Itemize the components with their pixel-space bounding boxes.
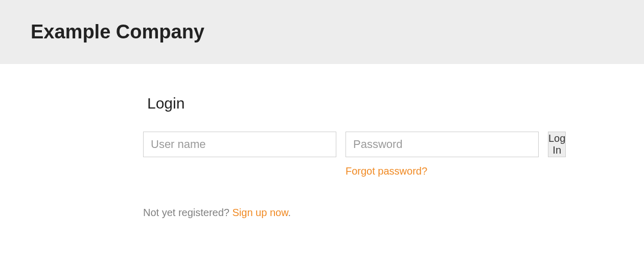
signup-link[interactable]: Sign up now bbox=[233, 207, 288, 218]
password-field-group: Forgot password? bbox=[346, 132, 539, 177]
login-section: Login Forgot password? Log In Not yet re… bbox=[0, 64, 470, 219]
login-form-row: Forgot password? Log In bbox=[143, 132, 470, 177]
forgot-password-link[interactable]: Forgot password? bbox=[346, 165, 539, 177]
password-input[interactable] bbox=[346, 132, 539, 157]
company-name: Example Company bbox=[31, 21, 204, 43]
signup-prompt-text: Not yet registered? bbox=[143, 207, 233, 218]
signup-period: . bbox=[288, 207, 291, 218]
login-title: Login bbox=[143, 95, 470, 112]
login-button[interactable]: Log In bbox=[548, 132, 566, 157]
page-header: Example Company bbox=[0, 0, 644, 64]
username-input[interactable] bbox=[143, 132, 336, 157]
username-field-group bbox=[143, 132, 336, 157]
signup-row: Not yet registered? Sign up now. bbox=[143, 207, 470, 219]
